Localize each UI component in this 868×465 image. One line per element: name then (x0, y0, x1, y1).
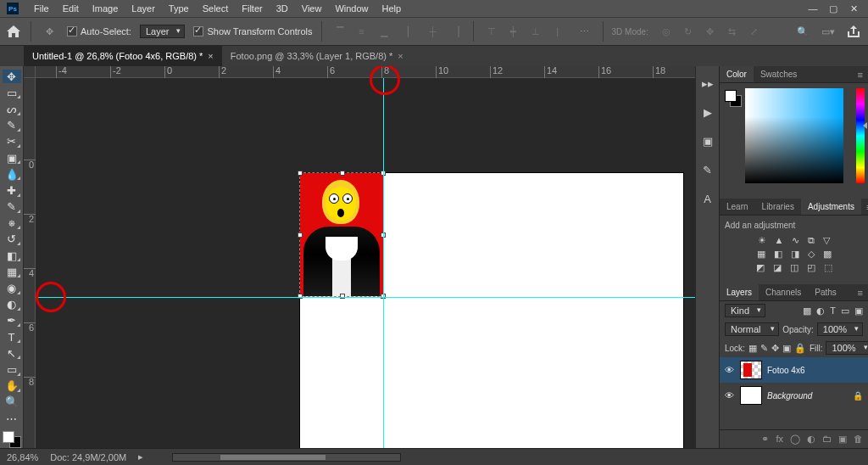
brightness-icon[interactable]: ☀ (758, 235, 766, 246)
delete-layer-icon[interactable]: 🗑 (854, 434, 863, 445)
visibility-icon[interactable]: 👁 (725, 365, 735, 375)
resize-handle-nw[interactable] (298, 171, 303, 176)
quick-select-tool[interactable]: ✎ (3, 119, 21, 132)
vertical-guide[interactable] (383, 78, 384, 448)
transform-bounding-box[interactable] (299, 172, 384, 297)
hue-saturation-icon[interactable]: ▦ (757, 249, 765, 260)
lock-transparency-icon[interactable]: ▦ (748, 343, 757, 354)
horizontal-ruler[interactable]: -4-2024681012141618 (36, 66, 695, 78)
expand-panels-icon[interactable]: ▸▸ (699, 76, 716, 90)
marquee-tool[interactable]: ▭ (3, 86, 21, 99)
layer-name[interactable]: Fotoo 4x6 (767, 366, 804, 375)
menu-window[interactable]: Window (328, 0, 375, 17)
dodge-tool[interactable]: ◐ (3, 298, 21, 311)
adjustment-layer-icon[interactable]: ◐ (807, 434, 815, 445)
invert-icon[interactable]: ◩ (756, 262, 765, 273)
workspace-icon[interactable]: ▭▾ (819, 22, 837, 41)
dist-vcenter-icon[interactable]: ┿ (504, 22, 523, 41)
color-picker-field[interactable] (745, 88, 843, 183)
3d-slide-icon[interactable]: ⇆ (723, 22, 742, 41)
show-transform-checkbox[interactable]: Show Transform Controls (193, 26, 312, 36)
document-tab-1[interactable]: Untitled-1 @ 26,8% (Fotoo 4x6, RGB/8) * … (24, 46, 222, 66)
link-layers-icon[interactable]: ⚭ (761, 434, 769, 445)
type-tool[interactable]: T (3, 330, 21, 344)
3d-zoom-icon[interactable]: ⤢ (745, 22, 764, 41)
close-button[interactable]: ✕ (844, 3, 863, 14)
channel-mixer-icon[interactable]: ▩ (823, 249, 832, 260)
posterize-icon[interactable]: ◪ (773, 262, 782, 273)
align-left-icon[interactable]: ▏ (402, 22, 420, 41)
horizontal-scrollbar[interactable] (172, 453, 401, 462)
foreground-background-swatch[interactable] (3, 431, 21, 448)
layer-row[interactable]: 👁 Fotoo 4x6 (720, 357, 868, 383)
horizontal-guide[interactable] (36, 297, 695, 298)
filter-shape-icon[interactable]: ▭ (841, 305, 849, 317)
close-icon[interactable]: × (208, 51, 213, 61)
edit-toolbar[interactable]: ⋯ (3, 412, 21, 425)
brush-tool[interactable]: ✎ (3, 200, 21, 214)
dist-top-icon[interactable]: ⊤ (482, 22, 501, 41)
layer-thumbnail[interactable] (740, 386, 762, 405)
resize-handle-w[interactable] (298, 232, 303, 238)
zoom-tool[interactable]: 🔍 (3, 395, 21, 409)
tab-learn[interactable]: Learn (720, 199, 755, 215)
document-tab-2[interactable]: Fotoo.png @ 33,3% (Layer 1, RGB/8) * × (222, 46, 412, 66)
layer-thumbnail[interactable] (740, 361, 762, 379)
lock-all-icon[interactable]: 🔒 (794, 343, 806, 354)
bw-icon[interactable]: ◨ (791, 249, 799, 260)
shape-tool[interactable]: ▭ (3, 362, 21, 376)
panel-fg-bg-swatch[interactable] (725, 90, 742, 107)
levels-icon[interactable]: ▲ (775, 235, 784, 246)
menu-file[interactable]: File (27, 0, 56, 17)
auto-select-target-dropdown[interactable]: Layer (140, 25, 186, 38)
align-vcenter-icon[interactable]: ≡ (353, 22, 371, 41)
lock-artboard-icon[interactable]: ▣ (782, 343, 791, 354)
exposure-icon[interactable]: ⧉ (808, 235, 815, 246)
move-tool-icon[interactable]: ✥ (40, 22, 58, 41)
menu-3d[interactable]: 3D (270, 0, 295, 17)
visibility-icon[interactable]: 👁 (725, 390, 735, 401)
auto-select-checkbox[interactable]: Auto-Select: (67, 26, 131, 36)
gradient-tool[interactable]: ▦ (3, 265, 21, 278)
search-icon[interactable]: 🔍 (793, 22, 812, 41)
minimize-button[interactable]: — (804, 3, 822, 14)
tab-color[interactable]: Color (720, 66, 754, 82)
dist-bottom-icon[interactable]: ⊥ (526, 22, 545, 41)
gradient-map-icon[interactable]: ◰ (807, 262, 815, 273)
healing-tool[interactable]: ✚ (3, 183, 21, 197)
restore-button[interactable]: ▢ (824, 3, 843, 14)
panel-menu-icon[interactable]: ≡ (853, 288, 868, 298)
move-tool[interactable]: ✥ (3, 70, 21, 83)
chevron-right-icon[interactable]: ▸ (138, 451, 143, 462)
layer-mask-icon[interactable]: ◯ (790, 434, 800, 445)
tab-channels[interactable]: Channels (759, 284, 808, 300)
filter-kind-dropdown[interactable]: Kind (725, 304, 765, 317)
pen-tool[interactable]: ✒ (3, 314, 21, 328)
filter-adjust-icon[interactable]: ◐ (816, 305, 825, 317)
brush-settings-icon[interactable]: ✎ (699, 163, 716, 176)
close-icon[interactable]: × (398, 51, 403, 61)
zoom-level[interactable]: 26,84% (7, 452, 38, 462)
tab-swatches[interactable]: Swatches (754, 66, 804, 82)
menu-filter[interactable]: Filter (235, 0, 269, 17)
tab-layers[interactable]: Layers (720, 284, 759, 300)
hue-slider-thumb[interactable] (863, 122, 867, 129)
menu-view[interactable]: View (295, 0, 329, 17)
glyphs-panel-icon[interactable]: A (699, 192, 716, 205)
resize-handle-n[interactable] (340, 171, 345, 176)
layer-name[interactable]: Background (767, 391, 812, 401)
eraser-tool[interactable]: ◧ (3, 249, 21, 262)
menu-select[interactable]: Select (196, 0, 236, 17)
hue-slider[interactable] (856, 88, 865, 183)
panel-menu-icon[interactable]: ≡ (861, 202, 868, 212)
resize-handle-sw[interactable] (298, 294, 303, 299)
layer-style-icon[interactable]: fx (776, 434, 783, 445)
resize-handle-s[interactable] (340, 294, 345, 299)
share-icon[interactable] (844, 22, 863, 41)
tab-paths[interactable]: Paths (808, 284, 843, 300)
align-top-icon[interactable]: ▔ (331, 22, 349, 41)
blur-tool[interactable]: ◉ (3, 281, 21, 294)
menu-edit[interactable]: Edit (56, 0, 86, 17)
filter-pixel-icon[interactable]: ▩ (803, 305, 811, 317)
home-icon[interactable] (5, 23, 22, 40)
